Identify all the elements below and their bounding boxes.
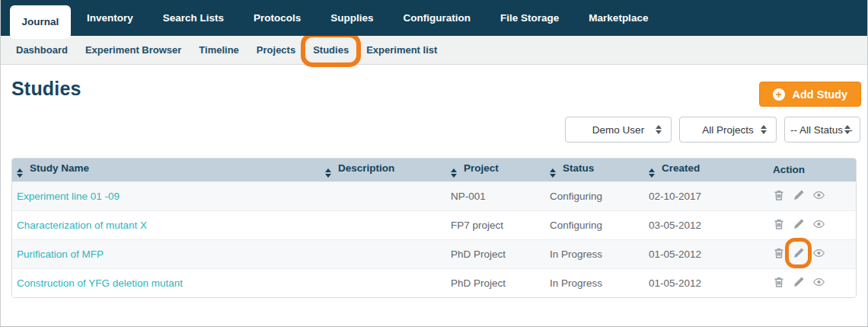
add-study-button[interactable]: + Add Study bbox=[759, 82, 862, 107]
app-window: Journal Inventory Search Lists Protocols… bbox=[0, 0, 868, 327]
table-row: Purification of MFP PhD Project In Progr… bbox=[12, 239, 857, 268]
nav-tab-inventory[interactable]: Inventory bbox=[87, 12, 133, 24]
user-filter-value: Demo User bbox=[592, 124, 644, 136]
subnav-item-timeline[interactable]: Timeline bbox=[199, 44, 239, 56]
subnav-item-experiment-browser[interactable]: Experiment Browser bbox=[85, 44, 181, 56]
study-link[interactable]: Construction of YFG deletion mutant bbox=[17, 277, 183, 289]
nav-tab-label: Journal bbox=[22, 16, 59, 27]
column-header-project[interactable]: Project bbox=[446, 159, 545, 181]
sort-icon bbox=[649, 168, 655, 178]
filter-bar: Demo User All Projects -- All Status -- bbox=[1, 117, 860, 143]
trash-icon[interactable] bbox=[773, 218, 785, 232]
sort-icon bbox=[325, 168, 331, 178]
study-link[interactable]: Experiment line 01 -09 bbox=[17, 191, 120, 202]
project-cell: NP-001 bbox=[446, 181, 545, 210]
status-cell: In Progress bbox=[545, 239, 644, 268]
subnav-item-studies[interactable]: Studies bbox=[313, 44, 349, 56]
user-filter-select[interactable]: Demo User bbox=[565, 117, 672, 143]
description-cell bbox=[321, 181, 446, 210]
select-arrows-icon bbox=[844, 125, 850, 134]
column-header-action: Action bbox=[768, 159, 857, 181]
nav-tab-protocols[interactable]: Protocols bbox=[254, 12, 301, 24]
sort-icon bbox=[17, 168, 23, 178]
project-cell: PhD Project bbox=[446, 268, 545, 297]
sub-navbar: Dashboard Experiment Browser Timeline Pr… bbox=[1, 36, 867, 65]
eye-icon[interactable] bbox=[812, 218, 825, 232]
pencil-icon[interactable] bbox=[793, 218, 805, 232]
column-header-status[interactable]: Status bbox=[545, 159, 644, 181]
project-filter-select[interactable]: All Projects bbox=[679, 117, 777, 143]
add-study-label: Add Study bbox=[793, 88, 848, 101]
eye-icon[interactable] bbox=[812, 189, 825, 204]
project-cell: FP7 project bbox=[446, 210, 545, 239]
status-filter-select[interactable]: -- All Status -- bbox=[784, 117, 860, 143]
project-filter-value: All Projects bbox=[702, 124, 754, 136]
created-cell: 01-05-2012 bbox=[644, 268, 768, 297]
subnav-item-dashboard[interactable]: Dashboard bbox=[16, 44, 68, 56]
created-cell: 02-10-2017 bbox=[644, 181, 768, 210]
plus-circle-icon: + bbox=[773, 88, 785, 101]
status-filter-value: -- All Status -- bbox=[790, 124, 853, 136]
eye-icon[interactable] bbox=[812, 276, 825, 290]
subnav-item-projects[interactable]: Projects bbox=[257, 44, 295, 56]
page-title: Studies bbox=[11, 78, 867, 100]
description-cell bbox=[321, 268, 446, 297]
subnav-item-experiment-list[interactable]: Experiment list bbox=[366, 44, 437, 56]
column-header-description[interactable]: Description bbox=[321, 159, 446, 181]
nav-tab-supplies[interactable]: Supplies bbox=[330, 12, 373, 24]
nav-tab-journal[interactable]: Journal bbox=[10, 5, 71, 39]
table-row: Experiment line 01 -09 NP-001 Configurin… bbox=[12, 181, 857, 210]
status-cell: Configuring bbox=[545, 181, 644, 210]
pencil-icon[interactable] bbox=[793, 247, 805, 261]
nav-tab-configuration[interactable]: Configuration bbox=[404, 12, 471, 24]
study-link[interactable]: Characterization of mutant X bbox=[17, 220, 147, 231]
trash-icon[interactable] bbox=[773, 189, 785, 204]
sort-icon bbox=[550, 168, 556, 178]
status-cell: In Progress bbox=[545, 268, 644, 297]
created-cell: 03-05-2012 bbox=[644, 210, 768, 239]
study-link[interactable]: Purification of MFP bbox=[17, 248, 104, 260]
select-arrows-icon bbox=[761, 125, 767, 134]
column-header-study-name[interactable]: Study Name bbox=[12, 159, 321, 181]
nav-tab-marketplace[interactable]: Marketplace bbox=[589, 12, 648, 24]
table-row: Construction of YFG deletion mutant PhD … bbox=[12, 268, 857, 297]
table-header-row: Study Name Description Project Status Cr… bbox=[12, 159, 857, 181]
pencil-icon[interactable] bbox=[793, 189, 805, 204]
description-cell bbox=[321, 239, 446, 268]
column-header-created[interactable]: Created bbox=[644, 159, 768, 181]
description-cell bbox=[321, 210, 446, 239]
project-cell: PhD Project bbox=[446, 239, 545, 268]
table-row: Characterization of mutant X FP7 project… bbox=[12, 210, 857, 239]
nav-tab-file-storage[interactable]: File Storage bbox=[500, 12, 559, 24]
trash-icon[interactable] bbox=[773, 247, 785, 261]
pencil-icon[interactable] bbox=[793, 276, 805, 290]
created-cell: 01-05-2012 bbox=[644, 239, 768, 268]
studies-table: Study Name Description Project Status Cr… bbox=[11, 158, 857, 298]
trash-icon[interactable] bbox=[773, 276, 785, 290]
sort-icon bbox=[451, 168, 457, 178]
nav-tab-search-lists[interactable]: Search Lists bbox=[163, 12, 224, 24]
top-navbar: Journal Inventory Search Lists Protocols… bbox=[1, 0, 867, 36]
select-arrows-icon bbox=[656, 125, 662, 134]
eye-icon[interactable] bbox=[812, 247, 825, 261]
status-cell: Configuring bbox=[545, 210, 644, 239]
